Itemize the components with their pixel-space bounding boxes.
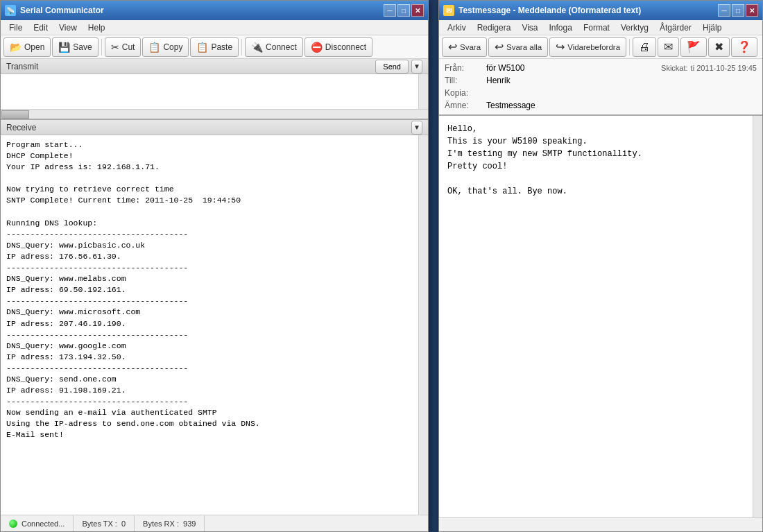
open-icon: 📂 (10, 42, 22, 53)
receive-header: Receive ▼ (1, 120, 428, 135)
email-menu-format[interactable]: Format (578, 22, 615, 34)
cc-label: Kopia: (445, 88, 486, 98)
cut-icon: ✂ (111, 42, 119, 53)
serial-menu-bar: File Edit View Help (1, 20, 428, 35)
disconnect-icon: ⛔ (311, 42, 323, 53)
receive-dropdown-button[interactable]: ▼ (411, 121, 422, 135)
transmit-label: Transmit (6, 62, 38, 71)
transmit-hscrollbar[interactable] (1, 109, 428, 119)
subject-row: Ämne: Testmessage (445, 99, 757, 112)
transmit-section: Transmit Send ▼ (1, 59, 428, 120)
email-toolbar-btn2[interactable]: ✉ (658, 37, 679, 57)
delete-button[interactable]: ✖ (708, 37, 730, 57)
email-menu-bar: Arkiv Redigera Visa Infoga Format Verkty… (439, 20, 762, 35)
transmit-input-row (1, 74, 428, 109)
email-body: Hello, This is your W5100 speaking. I'm … (439, 116, 753, 517)
connect-button[interactable]: 🔌 Connect (245, 37, 303, 57)
email-menu-hjalp[interactable]: Hjälp (697, 22, 727, 34)
email-close-button[interactable]: ✕ (746, 4, 758, 17)
email-maximize-button[interactable]: □ (732, 4, 744, 17)
send-dropdown-button[interactable]: ▼ (411, 60, 422, 74)
cut-button[interactable]: ✂ Cut (105, 37, 142, 57)
save-button[interactable]: 💾 Save (52, 37, 98, 57)
to-value: Henrik (486, 76, 757, 85)
serial-communicator-window: 📡 Serial Communicator ─ □ ✕ File Edit Vi… (0, 0, 429, 532)
email-menu-visa[interactable]: Visa (516, 22, 543, 34)
bytes-rx-status: Bytes RX : 939 (135, 515, 205, 531)
email-window-title: Testmessage - Meddelande (Oformaterad te… (458, 6, 718, 15)
send-button[interactable]: Send (375, 60, 409, 74)
to-label: Till: (445, 76, 486, 85)
receive-vscrollbar[interactable] (418, 135, 428, 515)
from-value: för W5100 (486, 63, 661, 73)
bytes-tx-value: 0 (121, 520, 126, 528)
disconnect-button[interactable]: ⛔ Disconnect (305, 37, 372, 57)
email-menu-atgarder[interactable]: Åtgärder (654, 22, 697, 34)
serial-window-controls: ─ □ ✕ (384, 4, 424, 17)
print-icon: 🖨 (639, 41, 650, 53)
email-status-bar (439, 517, 762, 531)
print-button[interactable]: 🖨 (633, 37, 656, 57)
serial-maximize-button[interactable]: □ (397, 4, 410, 17)
connection-text: Connected... (22, 520, 65, 528)
envelope-icon: ✉ (664, 40, 673, 53)
subject-value: Testmessage (486, 101, 757, 110)
transmit-header: Transmit Send ▼ (1, 59, 428, 74)
receive-content-area: Program start... DHCP Complete! Your IP … (1, 135, 428, 515)
connection-indicator (9, 520, 17, 528)
forward-icon: ↪ (556, 40, 565, 53)
email-window: ✉ Testmessage - Meddelande (Oformaterad … (438, 0, 763, 532)
cc-row: Kopia: (445, 87, 757, 99)
subject-label: Ämne: (445, 101, 486, 110)
bytes-rx-label: Bytes RX : (143, 520, 179, 528)
serial-menu-help[interactable]: Help (83, 22, 111, 34)
receive-text: Program start... DHCP Complete! Your IP … (1, 135, 418, 515)
help-icon: ❓ (737, 40, 751, 53)
help-btn[interactable]: ❓ (731, 37, 757, 57)
transmit-input[interactable] (1, 74, 418, 109)
open-button[interactable]: 📂 Open (3, 37, 51, 57)
serial-window-title: Serial Communicator (20, 6, 384, 15)
email-toolbar-btn3[interactable]: 🚩 (680, 37, 707, 57)
receive-section: Receive ▼ Program start... DHCP Complete… (1, 120, 428, 515)
email-body-container: Hello, This is your W5100 speaking. I'm … (439, 116, 762, 517)
forward-button[interactable]: ↪ Vidarebefordra (549, 37, 626, 57)
paste-button[interactable]: 📋 Paste (190, 37, 239, 57)
send-controls: Send ▼ (375, 60, 422, 74)
transmit-vscrollbar[interactable] (418, 74, 428, 109)
connect-icon: 🔌 (251, 42, 263, 53)
email-toolbar: ↩ Svara ↩ Svara alla ↪ Vidarebefordra 🖨 … (439, 35, 762, 59)
from-row: Från: för W5100 Skickat: ti 2011-10-25 1… (445, 62, 757, 74)
serial-menu-edit[interactable]: Edit (28, 22, 53, 34)
email-window-icon: ✉ (443, 5, 454, 16)
reply-button[interactable]: ↩ Svara (442, 37, 487, 57)
email-headers: Från: för W5100 Skickat: ti 2011-10-25 1… (439, 59, 762, 116)
serial-close-button[interactable]: ✕ (411, 4, 424, 17)
reply-all-button[interactable]: ↩ Svara alla (488, 37, 548, 57)
email-vscrollbar[interactable] (753, 116, 762, 517)
serial-window-icon: 📡 (5, 5, 16, 16)
serial-toolbar: 📂 Open 💾 Save ✂ Cut 📋 Copy 📋 Paste 🔌 Con… (1, 35, 428, 59)
email-minimize-button[interactable]: ─ (718, 4, 730, 17)
paste-icon: 📋 (196, 42, 208, 53)
sent-label: Skickat: (661, 64, 688, 72)
email-menu-infoga[interactable]: Infoga (544, 22, 578, 34)
reply-all-icon: ↩ (495, 40, 504, 53)
bytes-rx-value: 939 (183, 520, 196, 528)
email-menu-verktyg[interactable]: Verktyg (615, 22, 654, 34)
copy-icon: 📋 (148, 42, 160, 53)
serial-minimize-button[interactable]: ─ (384, 4, 396, 17)
email-menu-redigera[interactable]: Redigera (472, 22, 517, 34)
receive-label: Receive (6, 123, 36, 132)
email-toolbar-sep (629, 39, 630, 55)
serial-menu-file[interactable]: File (3, 22, 28, 34)
save-icon: 💾 (58, 42, 70, 53)
copy-button[interactable]: 📋 Copy (142, 37, 189, 57)
flag-icon: 🚩 (687, 40, 701, 53)
connection-status: Connected... (1, 515, 74, 531)
bytes-tx-status: Bytes TX : 0 (74, 515, 135, 531)
from-label: Från: (445, 63, 486, 73)
bytes-tx-label: Bytes TX : (82, 520, 117, 528)
email-menu-arkiv[interactable]: Arkiv (442, 22, 472, 34)
serial-menu-view[interactable]: View (53, 22, 83, 34)
